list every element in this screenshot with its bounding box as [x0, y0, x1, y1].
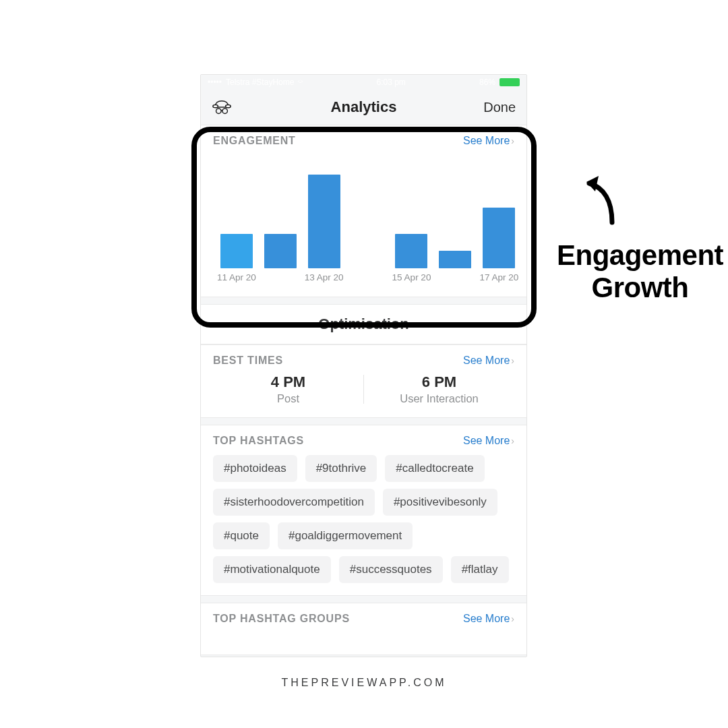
- chart-bar: 13 Apr 20: [305, 175, 344, 284]
- bar-label: 15 Apr 20: [392, 272, 431, 284]
- engagement-see-more[interactable]: See More ›: [463, 135, 514, 147]
- hashtag-pill[interactable]: #9tothrive: [305, 455, 377, 482]
- hashtag-pill[interactable]: #calledtocreate: [385, 455, 484, 482]
- best-time-interaction: 6 PM User Interaction: [364, 373, 514, 405]
- chevron-right-icon: ›: [511, 613, 514, 624]
- chart-bar: [264, 234, 297, 284]
- chevron-right-icon: ›: [511, 435, 514, 446]
- bar: [483, 208, 515, 268]
- svg-point-3: [222, 109, 228, 114]
- top-hashtag-groups-card: TOP HASHTAG GROUPS See More ›: [201, 603, 526, 655]
- chevron-right-icon: ›: [511, 135, 514, 146]
- best-time-interaction-value: 6 PM: [364, 373, 514, 391]
- best-times-see-more[interactable]: See More ›: [463, 355, 514, 367]
- wifi-icon: ⌔: [298, 78, 303, 87]
- best-time-interaction-label: User Interaction: [364, 392, 514, 405]
- incognito-icon[interactable]: [212, 98, 232, 117]
- top-hashtag-groups-title: TOP HASHTAG GROUPS: [213, 613, 350, 625]
- best-time-post-value: 4 PM: [213, 373, 363, 391]
- phone-frame: ••••• Telstra #StayHome ⌔ 6:03 pm 86% An…: [200, 74, 527, 657]
- svg-point-2: [216, 109, 222, 114]
- hashtag-pill[interactable]: #sisterhoodovercompetition: [213, 489, 375, 516]
- battery-pct: 86%: [479, 78, 495, 87]
- status-time: 6:03 pm: [377, 78, 406, 87]
- hashtag-pill[interactable]: #motivationalquote: [213, 556, 331, 583]
- bar: [308, 175, 340, 268]
- bar: [395, 234, 427, 268]
- chart-bar: [439, 251, 471, 284]
- best-time-post: 4 PM Post: [213, 373, 363, 405]
- page-title: Analytics: [201, 98, 526, 116]
- bar-label: 11 Apr 20: [217, 272, 256, 284]
- engagement-title: ENGAGEMENT: [213, 135, 296, 147]
- best-times-card: BEST TIMES See More › 4 PM Post 6 PM Use…: [201, 344, 526, 418]
- bar: [264, 234, 297, 268]
- chart-bar: 17 Apr 20: [479, 208, 518, 284]
- engagement-chart: 11 Apr 2013 Apr 2015 Apr 2017 Apr 20: [213, 150, 514, 284]
- top-hashtags-title: TOP HASHTAGS: [213, 435, 304, 447]
- optimisation-title: Optimisation: [201, 315, 526, 333]
- hashtag-pill[interactable]: #flatlay: [451, 556, 509, 583]
- bar: [439, 251, 471, 268]
- battery-icon: [499, 78, 520, 86]
- done-button[interactable]: Done: [483, 100, 516, 115]
- signal-icon: •••••: [208, 78, 222, 87]
- curved-arrow-icon: [584, 174, 617, 228]
- footer-watermark: THEPREVIEWAPP.COM: [0, 677, 728, 689]
- hashtag-pill[interactable]: #successquotes: [339, 556, 443, 583]
- annotation-text: Engagement Growth: [557, 239, 723, 305]
- status-bar: ••••• Telstra #StayHome ⌔ 6:03 pm 86%: [201, 75, 526, 90]
- svg-point-0: [213, 105, 218, 108]
- hashtag-pill[interactable]: #photoideas: [213, 455, 297, 482]
- chart-bar: 11 Apr 20: [217, 234, 256, 284]
- chart-bar: 15 Apr 20: [392, 234, 431, 284]
- top-hashtags-see-more[interactable]: See More ›: [463, 435, 514, 447]
- bar-label: 17 Apr 20: [479, 272, 518, 284]
- bar-label: 13 Apr 20: [305, 272, 344, 284]
- chart-bar: [352, 268, 384, 284]
- hashtag-pill[interactable]: #goaldiggermovement: [278, 522, 413, 549]
- svg-point-1: [226, 105, 231, 108]
- best-times-title: BEST TIMES: [213, 355, 283, 367]
- nav-bar: Analytics Done: [201, 90, 526, 125]
- engagement-card: ENGAGEMENT See More › 11 Apr 2013 Apr 20…: [201, 125, 526, 297]
- hashtag-pill[interactable]: #quote: [213, 522, 270, 549]
- chevron-right-icon: ›: [511, 355, 514, 366]
- bar: [220, 234, 253, 268]
- optimisation-header: Optimisation: [201, 304, 526, 344]
- carrier-label: Telstra #StayHome: [226, 78, 294, 87]
- hashtag-pill[interactable]: #positivevibesonly: [383, 489, 497, 516]
- best-time-post-label: Post: [213, 392, 363, 405]
- top-hashtag-groups-see-more[interactable]: See More ›: [463, 613, 514, 625]
- top-hashtags-card: TOP HASHTAGS See More › #photoideas#9tot…: [201, 425, 526, 596]
